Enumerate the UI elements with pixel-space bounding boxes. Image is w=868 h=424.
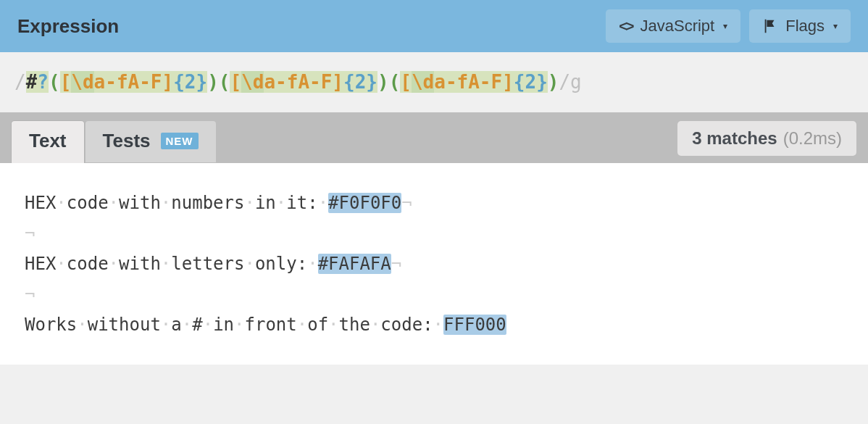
whitespace-marker: · (161, 254, 171, 274)
whitespace-marker: · (244, 254, 254, 274)
text-chunk: code: (380, 315, 433, 335)
tab-tests-label: Tests (103, 130, 151, 152)
text-chunk: numbers (171, 193, 244, 213)
whitespace-marker: · (370, 315, 380, 335)
eol-marker: ¬ (401, 193, 412, 213)
text-chunk: code (67, 193, 109, 213)
whitespace-marker: · (328, 315, 338, 335)
section-title: Expression (17, 15, 119, 38)
chevron-down-icon: ▾ (833, 21, 838, 31)
eol-marker: ¬ (391, 254, 401, 274)
regex-token: ( (389, 71, 401, 93)
eol-marker: ¬ (25, 284, 35, 304)
text-chunk: in (255, 193, 276, 213)
regex-token: [ (400, 71, 412, 93)
text-chunk: without (88, 315, 161, 335)
whitespace-marker: · (77, 315, 87, 335)
text-chunk: front (244, 315, 296, 335)
whitespace-marker: · (109, 254, 119, 274)
text-line: HEX·code·with·letters·only:·#FAFAFA¬ (25, 249, 843, 279)
expression-input[interactable]: /#?([\da-fA-F]{2})([\da-fA-F]{2})([\da-f… (0, 52, 868, 112)
whitespace-marker: · (297, 315, 307, 335)
chevron-down-icon: ▾ (723, 21, 727, 31)
text-chunk: HEX (25, 193, 56, 213)
whitespace-marker: · (161, 315, 171, 335)
text-chunk: a (171, 315, 181, 335)
regex-token: [ (60, 71, 72, 93)
whitespace-marker: · (161, 193, 171, 213)
eol-marker: ¬ (25, 223, 35, 244)
text-chunk: of (307, 315, 328, 335)
match-highlight: #FAFAFA (318, 254, 391, 274)
regex-token: ] (162, 71, 174, 93)
text-chunk: Works (25, 315, 77, 335)
text-chunk: # (192, 315, 202, 335)
regex-token: # (26, 71, 38, 93)
match-highlight: FFF000 (443, 315, 506, 335)
text-chunk: code (67, 254, 109, 274)
regex-token: ) (548, 71, 559, 93)
regex-token: ( (49, 71, 60, 93)
whitespace-marker: · (56, 193, 66, 213)
regex-token: {2} (343, 71, 377, 93)
text-chunk: it: (286, 193, 317, 213)
regex-token: a-fA-F (264, 71, 332, 93)
regex-token: \d (241, 71, 264, 93)
text-line: HEX·code·with·numbers·in·it:·#F0F0F0¬ (25, 188, 843, 218)
regex-token: {2} (514, 71, 548, 93)
regex-token: ? (37, 71, 49, 93)
whitespace-marker: · (234, 315, 244, 335)
whitespace-marker: · (109, 193, 119, 213)
header-bar: Expression <> JavaScript ▾ Flags ▾ (0, 0, 868, 52)
text-chunk: HEX (25, 254, 56, 274)
code-icon: <> (619, 18, 633, 35)
regex-token: [ (230, 71, 241, 93)
tab-tests[interactable]: Tests NEW (85, 121, 216, 162)
tab-text[interactable]: Text (12, 121, 84, 162)
match-summary: 3 matches (0.2ms) (677, 121, 856, 156)
whitespace-marker: · (182, 315, 192, 335)
regex-token: \d (71, 71, 93, 93)
test-text-input[interactable]: HEX·code·with·numbers·in·it:·#F0F0F0¬¬HE… (0, 163, 868, 365)
regex-close-delim: / (559, 71, 570, 93)
regex-body: #?([\da-fA-F]{2})([\da-fA-F]{2})([\da-fA… (26, 71, 559, 93)
regex-token: ] (332, 71, 343, 93)
text-chunk: letters (171, 254, 244, 274)
match-time: (0.2ms) (783, 128, 842, 149)
match-count: 3 matches (692, 128, 777, 149)
whitespace-marker: · (276, 193, 286, 213)
regex-open-delim: / (14, 71, 26, 93)
tabs: Text Tests NEW (12, 121, 216, 162)
whitespace-marker: · (244, 193, 254, 213)
text-chunk: only: (255, 254, 307, 274)
text-chunk: the (339, 315, 370, 335)
regex-token: ] (502, 71, 514, 93)
regex-token: {2} (173, 71, 207, 93)
text-chunk: with (119, 193, 161, 213)
regex-token: ) (207, 71, 219, 93)
tab-text-label: Text (29, 130, 67, 152)
header-actions: <> JavaScript ▾ Flags ▾ (606, 9, 851, 43)
whitespace-marker: · (318, 193, 328, 213)
whitespace-marker: · (56, 254, 66, 274)
tools-bar: Text Tests NEW 3 matches (0.2ms) (0, 112, 868, 163)
text-line: ¬ (25, 218, 843, 249)
flavor-label: JavaScript (640, 17, 714, 36)
regex-flags: g (570, 71, 582, 93)
text-chunk: with (119, 254, 161, 274)
text-line: ¬ (25, 279, 843, 309)
text-chunk: in (213, 315, 234, 335)
regex-token: a-fA-F (94, 71, 162, 93)
regex-token: a-fA-F (434, 71, 502, 93)
regex-token: ) (377, 71, 389, 93)
whitespace-marker: · (307, 254, 317, 274)
text-line: Works·without·a·#·in·front·of·the·code:·… (25, 309, 843, 340)
new-badge: NEW (161, 133, 199, 149)
flags-label: Flags (785, 17, 825, 36)
whitespace-marker: · (433, 315, 443, 335)
whitespace-marker: · (203, 315, 213, 335)
flags-dropdown[interactable]: Flags ▾ (749, 9, 851, 43)
regex-token: \d (412, 71, 434, 93)
flavor-dropdown[interactable]: <> JavaScript ▾ (606, 9, 740, 43)
regex-token: ( (219, 71, 230, 93)
